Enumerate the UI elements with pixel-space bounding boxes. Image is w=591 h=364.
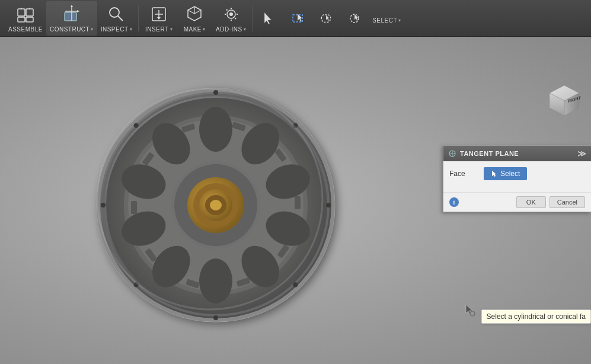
tangent-plane-panel: TANGENT PLANE ≫ Face Select i OK Cancel xyxy=(443,145,591,212)
make-menu[interactable]: MAKE▾ xyxy=(177,1,212,36)
svg-point-57 xyxy=(210,200,222,210)
inspect-icon xyxy=(106,4,127,25)
select-label: SELECT▾ xyxy=(372,17,401,24)
freeform-select-btn[interactable] xyxy=(312,1,340,36)
svg-point-46 xyxy=(199,258,232,304)
viewport[interactable]: RIGHT TANGENT PLANE ≫ Face xyxy=(0,37,591,364)
panel-body: Face Select xyxy=(443,161,591,192)
svg-point-60 xyxy=(213,90,218,95)
face-row: Face Select xyxy=(449,167,585,180)
panel-title: TANGENT PLANE xyxy=(460,150,519,157)
svg-marker-16 xyxy=(157,17,161,20)
svg-marker-10 xyxy=(77,10,79,12)
panel-header-left: TANGENT PLANE xyxy=(448,149,519,158)
svg-line-20 xyxy=(188,10,194,14)
tooltip-text: Select a cylindrical or conical fa xyxy=(487,312,586,321)
panel-footer: i OK Cancel xyxy=(443,192,591,212)
ok-button[interactable]: OK xyxy=(516,196,546,208)
svg-rect-2 xyxy=(18,17,25,22)
construct-icon xyxy=(61,4,82,25)
face-label: Face xyxy=(449,170,479,178)
svg-rect-76 xyxy=(131,201,137,214)
svg-marker-32 xyxy=(326,15,330,21)
info-icon: i xyxy=(449,197,459,207)
freeform-select-icon xyxy=(315,8,337,29)
paint-select-icon xyxy=(344,8,365,29)
panel-header: TANGENT PLANE ≫ xyxy=(443,146,591,161)
svg-point-11 xyxy=(110,8,119,17)
cursor-svg xyxy=(464,304,477,317)
svg-marker-29 xyxy=(264,12,271,24)
assemble-menu[interactable]: ASSEMBLE xyxy=(5,1,46,36)
paint-select-btn[interactable] xyxy=(340,1,369,36)
svg-line-27 xyxy=(226,9,228,11)
svg-point-64 xyxy=(213,315,218,320)
assemble-label: ASSEMBLE xyxy=(8,26,43,33)
tooltip: Select a cylindrical or conical fa xyxy=(481,309,591,324)
inspect-menu[interactable]: INSPECT▾ xyxy=(97,1,136,36)
add-ins-icon xyxy=(221,4,242,25)
window-select-icon xyxy=(287,8,308,29)
orientation-cube[interactable]: RIGHT xyxy=(544,78,585,120)
svg-point-22 xyxy=(229,12,233,16)
select-menu[interactable]: SELECT▾ xyxy=(369,1,404,36)
select-button[interactable]: Select xyxy=(484,167,527,180)
orient-cube-svg: RIGHT xyxy=(544,78,585,120)
svg-rect-0 xyxy=(18,9,25,16)
svg-marker-86 xyxy=(492,171,496,177)
construct-label: CONSTRUCT▾ xyxy=(50,26,94,33)
tangent-plane-icon xyxy=(448,149,456,158)
insert-label: INSERT▾ xyxy=(145,26,172,33)
cursor-icon xyxy=(258,8,280,29)
svg-rect-3 xyxy=(26,17,33,22)
insert-icon xyxy=(148,4,170,25)
toolbar: ASSEMBLE CONSTRUCT▾ INSPECT▾ xyxy=(0,0,591,37)
make-icon xyxy=(184,4,205,25)
svg-rect-71 xyxy=(295,196,301,209)
svg-marker-87 xyxy=(466,305,472,314)
select-cursor-btn[interactable] xyxy=(255,1,283,36)
toolbar-divider-1 xyxy=(138,5,139,31)
wheel-model xyxy=(71,58,367,343)
cancel-button[interactable]: Cancel xyxy=(550,196,585,208)
svg-point-41 xyxy=(199,107,232,152)
select-cursor-icon xyxy=(491,170,498,177)
construct-menu[interactable]: CONSTRUCT▾ xyxy=(46,1,97,36)
add-ins-menu[interactable]: ADD-INS▾ xyxy=(212,1,250,36)
make-label: MAKE▾ xyxy=(184,26,206,33)
svg-marker-9 xyxy=(71,5,73,7)
svg-line-19 xyxy=(194,10,201,14)
svg-rect-6 xyxy=(65,12,76,21)
svg-line-28 xyxy=(235,18,236,20)
svg-point-66 xyxy=(101,203,106,207)
insert-menu[interactable]: INSERT▾ xyxy=(141,1,177,36)
assemble-icon xyxy=(15,4,36,25)
svg-line-12 xyxy=(118,16,123,21)
add-ins-label: ADD-INS▾ xyxy=(216,26,246,33)
panel-expand-icon[interactable]: ≫ xyxy=(577,149,587,158)
cursor-indicator xyxy=(464,304,475,315)
window-select-btn[interactable] xyxy=(283,1,312,36)
svg-rect-1 xyxy=(26,9,33,16)
inspect-label: INSPECT▾ xyxy=(101,26,132,33)
toolbar-divider-2 xyxy=(252,5,253,31)
svg-point-62 xyxy=(326,203,331,207)
